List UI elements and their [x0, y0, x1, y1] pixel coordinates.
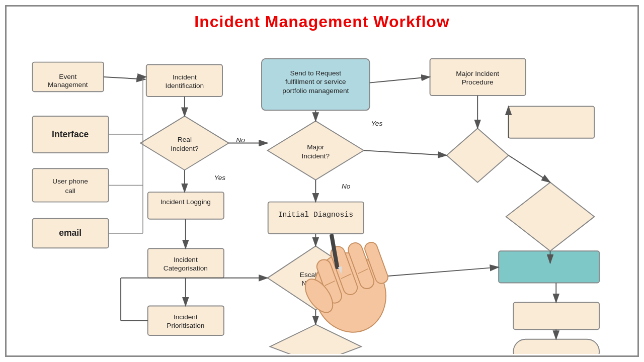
user-phone-call-box [33, 168, 109, 202]
right-top-box [509, 106, 595, 138]
bottom-right-box [513, 303, 599, 330]
major-proc-label2: Procedure [462, 78, 494, 86]
right-diamond2 [506, 183, 595, 251]
right-diamond1 [447, 128, 509, 182]
arrow-send-to-major [370, 77, 430, 83]
event-management-label: Event [59, 73, 76, 80]
incident-pri-label1: Incident [174, 313, 198, 321]
user-phone-label2: call [65, 187, 75, 195]
incident-logging-label1: Incident Logging [160, 198, 211, 206]
bottom-diamond [270, 324, 361, 354]
event-management-label2: Management [48, 81, 88, 88]
incident-cat-label1: Incident [174, 256, 198, 263]
arrow-event-to-incident [104, 77, 145, 79]
incident-cat-label2: Categorisation [164, 264, 208, 272]
bottom-right-rounded-box [513, 339, 599, 354]
escalation-yes-label: Yes [370, 258, 382, 266]
send-req-label3: portfolio management [282, 87, 349, 95]
real-incident-label1: Real [178, 136, 192, 143]
incident-pri-label2: Prioritisation [167, 322, 204, 329]
major-incident-label2: Incident? [302, 152, 330, 160]
real-incident-label2: Incident? [171, 145, 199, 152]
major-proc-label1: Major Incident [456, 70, 499, 77]
incident-id-label2: Identification [166, 82, 204, 89]
escalation-label1: Escalation [300, 271, 332, 279]
major-incident-no-label: No [342, 183, 351, 190]
email-label: email [59, 228, 82, 238]
page-title: Incident Management Workflow [7, 7, 637, 35]
arrow-esc-yes [364, 267, 499, 278]
major-incident-yes-label: Yes [371, 120, 383, 127]
real-incident-yes-label: Yes [214, 174, 225, 182]
incident-id-label1: Incident [173, 73, 197, 81]
escalation-label2: Needed? [302, 280, 330, 287]
teal-box [499, 251, 599, 283]
initial-diag-label1: Initial Diagnosis [278, 211, 353, 219]
arrow-rd1-to-rd2 [509, 155, 550, 183]
send-req-label1: Send to Request [290, 69, 342, 77]
send-req-label2: fulfillment or service [285, 78, 346, 85]
outer-border: Incident Management Workflow Event Manag… [5, 5, 639, 357]
real-incident-no-label: No [236, 136, 245, 144]
arrow-major-yes [364, 150, 447, 155]
major-incident-label1: Major [307, 143, 325, 151]
diagram-area: Event Management Interface User phone ca… [7, 35, 637, 354]
interface-label: Interface [52, 129, 89, 139]
user-phone-label1: User phone [52, 177, 88, 185]
